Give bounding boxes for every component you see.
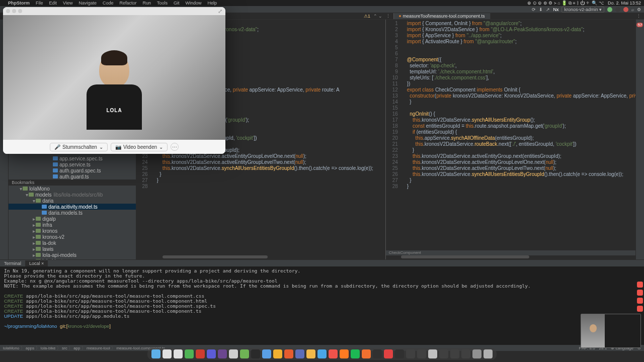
tree-file[interactable]: daria.acitivity.model.ts [9, 204, 135, 210]
tab-overflow-icon[interactable]: ⋮ [386, 14, 390, 19]
tree-folder[interactable]: ▾lolaMono [9, 186, 135, 192]
dock-app-icon[interactable] [317, 349, 327, 358]
dock-app-icon[interactable] [229, 349, 238, 358]
menubar-clock[interactable]: Do. 2. Mai 13:52 [608, 1, 641, 6]
dock-app-icon[interactable] [384, 349, 393, 358]
tree-folder[interactable]: ▸lola-api-models [9, 252, 135, 258]
expand-icon[interactable]: ⤢ [218, 8, 222, 15]
menu-item[interactable]: Code [103, 1, 114, 6]
code-area[interactable]: import { Component, OnInit } from "@angu… [407, 20, 635, 259]
dock-app-icon[interactable] [251, 349, 260, 358]
run-button-icon[interactable] [607, 7, 612, 12]
video-call-window[interactable]: ⤢ LOLA 🎤Stummschalten ⌄ 📷Video beenden ⌄… [3, 7, 225, 154]
debug-button-icon[interactable] [615, 7, 620, 12]
menu-item[interactable]: Git [174, 1, 180, 6]
dock-app-icon[interactable] [428, 349, 437, 358]
search-icon[interactable]: ⌕ [631, 7, 634, 12]
dock-app-icon[interactable] [262, 349, 271, 358]
editor-pane-right[interactable]: 1 2 3 4 5 6 7 8 9 10 11 12 13 14 15 16 1… [386, 20, 635, 259]
dock-app-icon[interactable] [295, 349, 304, 358]
tree-file[interactable]: app.service.spec.ts [9, 155, 135, 161]
dock-app-icon[interactable] [362, 349, 371, 358]
toolbar-action-icon[interactable]: ↗ [546, 7, 550, 12]
toolbar-action-icon[interactable]: ⬇ [539, 7, 543, 12]
stop-button-icon[interactable] [623, 7, 628, 12]
tree-folder[interactable]: ▸kronos-v2 [9, 234, 135, 240]
editor-tab[interactable]: measureTool\measure-tool.component.ts [394, 13, 491, 19]
tree-folder[interactable]: ▾daria [9, 198, 135, 204]
menu-item[interactable]: View [63, 1, 72, 6]
dock-app-icon[interactable] [472, 349, 481, 358]
dock-app-icon[interactable] [450, 349, 459, 358]
warnings-indicator[interactable]: ⚠1 [364, 14, 370, 19]
dock-app-icon[interactable] [340, 349, 349, 358]
breadcrumb-item[interactable]: app [73, 346, 80, 350]
side-tool-icon[interactable] [637, 306, 643, 312]
breadcrumb-item[interactable]: apps [26, 346, 34, 350]
dock-app-icon[interactable] [395, 349, 404, 358]
menubar-status-icons[interactable]: ⊕ ⊙ ⊚ ⊛ ⚙ ᚛ ⌂ 🔋 ⧉ ≡ ᛒ ⏻ ᯤ 🔍 ⌥ [527, 1, 604, 6]
terminal-tab[interactable]: Local × [25, 260, 48, 266]
side-tool-icon[interactable] [637, 282, 643, 288]
project-dropdown[interactable]: kronos-v2-admin ▾ [561, 7, 604, 13]
tree-file[interactable]: app.service.ts [9, 161, 135, 167]
dock-app-icon[interactable] [373, 349, 382, 358]
right-tool-gutter[interactable]: 57 [635, 20, 644, 259]
dock-app-icon[interactable] [306, 349, 315, 358]
settings-icon[interactable]: ⚙ [637, 7, 641, 12]
traffic-close-icon[interactable] [6, 9, 10, 13]
dock-app-icon[interactable] [284, 349, 293, 358]
tree-folder[interactable]: ▸infra [9, 222, 135, 228]
chevron-down-icon[interactable]: ⌄ [159, 144, 163, 150]
tree-folder[interactable]: ▸digalp [9, 216, 135, 222]
dock-app-icon[interactable] [461, 349, 470, 358]
terminal-output[interactable]: In Nx 19, generating a component will no… [0, 266, 644, 345]
breadcrumb-item[interactable]: lolaMono [3, 346, 19, 350]
bookmarks-section[interactable]: Bookmarks [9, 179, 135, 186]
terminal-tab[interactable]: Terminal [0, 260, 25, 266]
tree-folder[interactable]: ▸la-dok [9, 240, 135, 246]
tab-overflow-icon[interactable]: ⋮ [636, 14, 641, 19]
tree-file[interactable]: daria.models.ts [9, 210, 135, 216]
tree-folder[interactable]: ▾modelslibs/lola-models/src/lib [9, 192, 135, 198]
app-name-menu[interactable]: PhpStorm [8, 1, 30, 6]
editor-breadcrumb[interactable]: CheckComponent [386, 250, 635, 255]
horizontal-scrollbar[interactable] [401, 255, 634, 258]
menu-item[interactable]: Edit [49, 1, 57, 6]
menu-item[interactable]: Window [186, 1, 202, 6]
window-titlebar[interactable]: ⤢ [3, 7, 225, 15]
horizontal-scrollbar[interactable] [151, 255, 384, 258]
traffic-max-icon[interactable] [18, 9, 22, 13]
dock-app-icon[interactable] [151, 349, 160, 358]
dock-app-icon[interactable] [240, 349, 249, 358]
dock-app-icon[interactable] [218, 349, 227, 358]
dock-app-icon[interactable] [484, 349, 493, 358]
tree-file[interactable]: auth.guard.spec.ts [9, 167, 135, 173]
dock-app-icon[interactable] [163, 349, 172, 358]
menu-item[interactable]: Navigate [78, 1, 97, 6]
menu-item[interactable]: File [36, 1, 43, 6]
breadcrumb-item[interactable]: lola-bike [41, 346, 56, 350]
tree-folder[interactable]: ▸kronos [9, 228, 135, 234]
notifications-icon[interactable]: 57 [636, 23, 643, 27]
dock-app-icon[interactable] [417, 349, 426, 358]
menu-item[interactable]: Refactor [119, 1, 136, 6]
tree-folder[interactable]: ▸lola-blast [9, 258, 135, 259]
breadcrumb-item[interactable]: measure-tool [87, 346, 110, 350]
menu-item[interactable]: Tools [157, 1, 168, 6]
breadcrumb-item[interactable]: src [62, 346, 67, 350]
dock-app-icon[interactable] [174, 349, 183, 358]
side-tool-icon[interactable] [637, 290, 643, 296]
menu-item[interactable]: Run [142, 1, 151, 6]
toolbar-action-icon[interactable]: ⟳ [532, 7, 536, 12]
side-tool-icon[interactable] [637, 298, 643, 304]
dock-app-icon[interactable] [185, 349, 194, 358]
dock-app-icon[interactable] [351, 349, 360, 358]
tree-folder[interactable]: ▸lawis [9, 246, 135, 252]
nx-icon[interactable]: Nx [553, 7, 558, 12]
chevron-down-icon[interactable]: ⌄ [99, 144, 103, 150]
dock-app-icon[interactable] [329, 349, 338, 358]
dock-app-icon[interactable] [439, 349, 448, 358]
mute-button[interactable]: 🎤Stummschalten ⌄ [50, 143, 108, 151]
dock-app-icon[interactable] [207, 349, 216, 358]
